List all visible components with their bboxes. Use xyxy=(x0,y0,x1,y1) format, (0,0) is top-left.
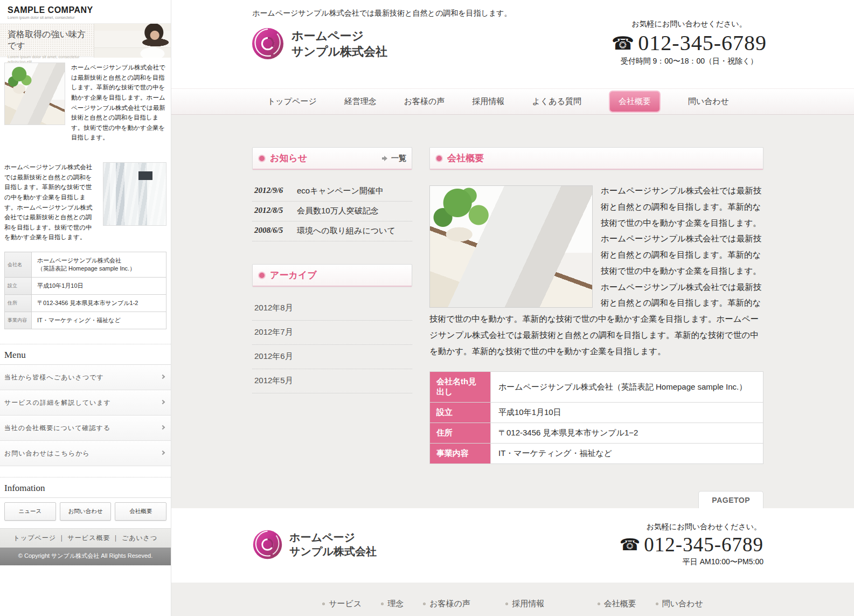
news-item-date: 2008/6/5 xyxy=(254,226,290,236)
news-item-text: 会員数10万人突破記念 xyxy=(297,206,379,216)
menu-item-label: お問い合わせはこちらから xyxy=(4,449,90,457)
chevron-right-icon xyxy=(161,400,165,404)
chevron-right-icon xyxy=(161,375,165,379)
table-row: 事業内容 IT・マーケティング・福祉など xyxy=(430,444,763,464)
sidebar-company-table: 会社名 ホームページサンプル株式会社 （英語表記 Homepage sample… xyxy=(4,252,166,329)
nav-item-contact[interactable]: 問い合わせ xyxy=(688,96,729,107)
archive-item[interactable]: 2012年7月 xyxy=(252,321,412,345)
company-heading: 会社概要 xyxy=(447,152,758,164)
news-item-date: 2012/8/5 xyxy=(254,206,290,216)
logo-text: ホームページ サンプル株式会社 xyxy=(289,530,377,559)
main-column: ホームページサンプル株式会社では最新技術と自然との調和を目指します。 ホームペー… xyxy=(171,0,854,616)
page-header: ホームページサンプル株式会社では最新技術と自然との調和を目指します。 ホームペー… xyxy=(171,0,854,88)
sitemap-column-contact: 問い合わせ xyxy=(656,599,703,616)
footer-logo[interactable]: ホームページ サンプル株式会社 xyxy=(252,529,377,560)
sidebar-banner-title: 資格取得の強い味方です xyxy=(8,29,92,52)
pagetop-row: PAGETOP xyxy=(171,464,854,508)
sitemap-column-service: サービス xyxy=(322,599,362,616)
logo-text: ホームページ サンプル株式会社 xyxy=(291,28,387,59)
table-row-label: 設立 xyxy=(430,403,491,423)
sitemap-link-company[interactable]: 会社概要 xyxy=(598,599,636,609)
ring-icon xyxy=(259,273,265,278)
news-item-text: ecoキャンペーン開催中 xyxy=(297,186,384,196)
arrow-right-icon xyxy=(382,156,388,161)
contact-button[interactable]: お問い合わせ xyxy=(60,502,112,521)
archive-item[interactable]: 2012年6月 xyxy=(252,345,412,369)
sitemap-column-voices: お客様の声 佐藤二郎様より 伊藤大介様より xyxy=(423,599,486,616)
content-left-column: お知らせ 一覧 2012/9/6 ecoキャンペーン開催中 2012/8/5 会… xyxy=(252,147,412,464)
sitemap-link-recruit[interactable]: 採用情報 xyxy=(505,599,578,609)
nav-item-company-active[interactable]: 会社概要 xyxy=(609,91,661,113)
contact-note: お気軽にお問い合わせください。 xyxy=(612,19,767,29)
sidebar-menu-heading: Menu xyxy=(0,344,171,365)
archive-item[interactable]: 2012年8月 xyxy=(252,296,412,321)
table-row: 住所 〒012-3456 見本県見本市サンプル1-2 xyxy=(5,295,166,312)
sidebar-intro-block-2: ホームページサンプル株式会社では最新技術と自然との調和を目指します。革新的な技術… xyxy=(0,157,171,243)
sidebar-footer-link[interactable]: トップページ xyxy=(13,534,56,542)
table-row-value: 〒012-3456 見本県見本市サンプル1-2 xyxy=(32,295,166,312)
bullet-icon xyxy=(505,603,508,605)
table-row-label: 事業内容 xyxy=(5,312,32,329)
nav-item-voices[interactable]: お客様の声 xyxy=(404,96,445,107)
ring-icon xyxy=(436,156,442,161)
pagetop-button[interactable]: PAGETOP xyxy=(698,491,763,508)
company-overview-button[interactable]: 会社概要 xyxy=(115,502,166,521)
footer-sitemap: サービス 理念 お客様の声 佐藤二郎様より 伊藤大介様より xyxy=(171,583,854,616)
sitemap-column-company: 会社概要 xyxy=(598,599,636,616)
sidebar-menu-item-company[interactable]: 当社の会社概要について確認する xyxy=(0,416,171,441)
business-hours: 平日 AM10:00〜PM5:00 xyxy=(620,557,763,567)
news-button[interactable]: ニュース xyxy=(4,502,56,521)
news-heading: お知らせ xyxy=(270,152,382,164)
nav-item-faq[interactable]: よくある質問 xyxy=(532,96,581,107)
sidebar-infomation: Infomation ニュース お問い合わせ 会社概要 xyxy=(0,477,171,525)
table-row-label: 住所 xyxy=(430,423,491,444)
table-row: 事業内容 IT・マーケティング・福祉など xyxy=(5,312,166,329)
sidebar-footer-link[interactable]: ごあいさつ xyxy=(122,534,157,542)
archive-item[interactable]: 2012年5月 xyxy=(252,369,412,393)
table-row-value: IT・マーケティング・福祉など xyxy=(491,444,763,464)
table-row: 設立 平成10年1月10日 xyxy=(430,403,763,423)
news-list-link[interactable]: 一覧 xyxy=(382,154,406,163)
sidebar-logo[interactable]: SAMPLE COMPANY Lorem ipsum dolor sit ame… xyxy=(0,0,171,23)
sitemap-link-philosophy[interactable]: 理念 xyxy=(381,599,404,609)
sidebar-menu-item-contact[interactable]: お問い合わせはこちらから xyxy=(0,441,171,466)
phone-icon: ☎ xyxy=(612,32,634,54)
news-item-date: 2012/9/6 xyxy=(254,186,290,196)
sitemap-sublink[interactable]: 佐藤二郎様より xyxy=(424,614,486,616)
table-row: 設立 平成10年1月10日 xyxy=(5,278,166,295)
sitemap-sublink[interactable]: 2010年度採用情報 xyxy=(506,614,578,616)
sitemap-link-contact[interactable]: 問い合わせ xyxy=(656,599,703,609)
bullet-icon xyxy=(322,603,325,605)
company-body: ホームページサンプル株式会社では最新技術と自然との調和を目指します。革新的な技術… xyxy=(429,183,763,359)
phone-number: 012-345-6789 xyxy=(638,30,767,56)
table-row-label: 設立 xyxy=(5,278,32,295)
logo-swirl-icon xyxy=(251,27,284,60)
table-row-label: 住所 xyxy=(5,295,32,312)
nav-item-recruit[interactable]: 採用情報 xyxy=(472,96,504,107)
business-hours: 受付時間 9：00〜18：00（日・祝除く） xyxy=(612,57,767,66)
site-logo[interactable]: ホームページ サンプル株式会社 xyxy=(251,27,387,60)
nav-item-top[interactable]: トップページ xyxy=(267,96,317,107)
table-row: 会社名th見出し ホームページサンプル株式会社（英語表記 Homepage sa… xyxy=(430,372,763,403)
sitemap-link-service[interactable]: サービス xyxy=(322,599,362,609)
news-item[interactable]: 2008/6/5 環境への取り組みについて xyxy=(252,222,412,241)
table-row: 住所 〒012-3456 見本県見本市サンプル1−2 xyxy=(430,423,763,444)
sitemap-link-voices[interactable]: お客様の声 xyxy=(423,599,486,609)
news-item[interactable]: 2012/8/5 会員数10万人突破記念 xyxy=(252,202,412,222)
ring-icon xyxy=(259,156,265,161)
company-photo xyxy=(429,185,593,308)
nav-item-philosophy[interactable]: 経営理念 xyxy=(344,96,377,107)
company-table: 会社名th見出し ホームページサンプル株式会社（英語表記 Homepage sa… xyxy=(429,371,763,464)
sidebar-footer-link[interactable]: サービス概要 xyxy=(68,534,110,542)
sidebar-copyright: © Copyright サンプル株式会社 All Rights Reseved. xyxy=(0,548,171,565)
sitemap-column-philosophy: 理念 xyxy=(381,599,404,616)
sidebar-menu-item-greeting[interactable]: 当社から皆様へごあいさつです xyxy=(0,365,171,390)
header-contact: お気軽にお問い合わせください。 ☎ 012-345-6789 受付時間 9：00… xyxy=(612,19,767,66)
archive-heading-box: アーカイブ xyxy=(252,264,412,287)
sidebar-menu-item-service[interactable]: サービスの詳細を解説しています xyxy=(0,390,171,416)
news-item[interactable]: 2012/9/6 ecoキャンペーン開催中 xyxy=(252,182,412,202)
bullet-icon xyxy=(598,603,600,605)
table-row-value: 平成10年1月10日 xyxy=(491,403,763,423)
table-row-label: 会社名 xyxy=(5,252,32,278)
table-row: 会社名 ホームページサンプル株式会社 （英語表記 Homepage sample… xyxy=(5,252,166,278)
